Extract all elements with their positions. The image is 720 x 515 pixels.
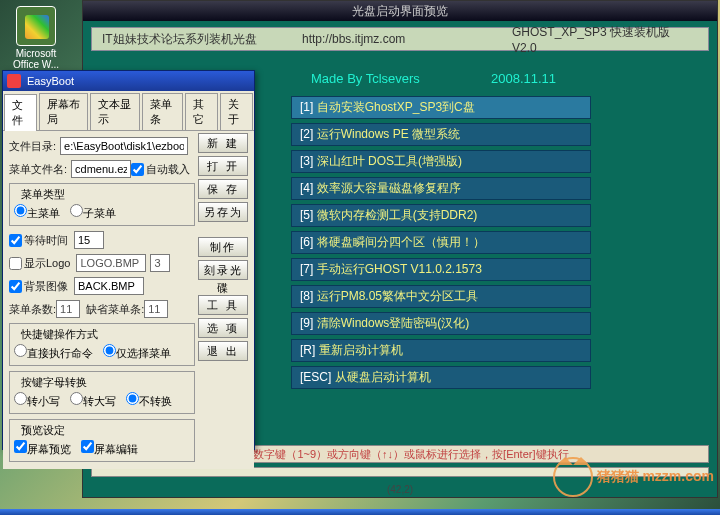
bg-image-checkbox[interactable] [9,280,22,293]
office-icon [16,6,56,46]
disc-url: http://bbs.itjmz.com [302,32,512,46]
eb-button-2[interactable]: 保 存 [198,179,248,199]
author-label: Made By Tclsevers [311,71,491,86]
key-case-legend: 按键字母转换 [18,375,90,390]
boot-menu: [1] 自动安装GhostXP_SP3到C盘[2] 运行Windows PE 微… [291,96,591,389]
desktop-icon-label: Microsoft Office W... [6,48,66,70]
file-dir-input[interactable] [60,137,188,155]
auto-load-checkbox[interactable] [131,163,144,176]
wait-time-checkbox[interactable] [9,234,22,247]
no-convert-radio[interactable] [126,392,139,405]
boot-menu-item[interactable]: [R] 重新启动计算机 [291,339,591,362]
tab-3[interactable]: 菜单条 [142,93,183,130]
preview-setting-legend: 预览设定 [18,423,68,438]
screen-edit-checkbox[interactable] [81,440,94,453]
menu-file-label: 菜单文件名: [9,162,67,177]
easyboot-titlebar[interactable]: EasyBoot [3,71,254,91]
taskbar[interactable] [0,509,720,515]
only-select-radio[interactable] [103,344,116,357]
direct-exec-radio[interactable] [14,344,27,357]
easyboot-button-col: 新 建打 开保 存另存为制作ISO刻录光碟工 具选 项退 出 [198,133,248,361]
eb-button-3[interactable]: 另存为 [198,202,248,222]
wait-time-input[interactable] [74,231,104,249]
boot-menu-item[interactable]: [4] 效率源大容量磁盘修复程序 [291,177,591,200]
boot-menu-item[interactable]: [8] 运行PM8.05繁体中文分区工具 [291,285,591,308]
default-menu-input [144,300,168,318]
easyboot-title-text: EasyBoot [27,75,74,87]
easyboot-body: 文件目录: 菜单文件名: 自动载入 菜单类型 主菜单子菜单 等待时间 显示Log… [3,131,254,469]
tab-1[interactable]: 屏幕布局 [39,93,89,130]
date-label: 2008.11.11 [491,71,556,86]
boot-menu-item[interactable]: [3] 深山红叶 DOS工具(增强版) [291,150,591,173]
boot-menu-item[interactable]: [6] 将硬盘瞬间分四个区（慎用！） [291,231,591,254]
eb-button-7[interactable]: 选 项 [198,318,248,338]
tab-5[interactable]: 关于 [220,93,253,130]
boot-menu-item[interactable]: [9] 清除Windows登陆密码(汉化) [291,312,591,335]
easyboot-dialog: EasyBoot 文件屏幕布局文本显示菜单条其它关于 文件目录: 菜单文件名: … [2,70,255,450]
screen-preview-checkbox[interactable] [14,440,27,453]
sub-menu-radio[interactable] [70,204,83,217]
to-lower-radio[interactable] [14,392,27,405]
watermark: 猪猪猫 mzzm.com [553,457,714,497]
auto-load-label: 自动载入 [146,162,190,177]
boot-menu-item[interactable]: [2] 运行Windows PE 微型系统 [291,123,591,146]
main-menu-radio[interactable] [14,204,27,217]
preview-sub: Made By Tclsevers 2008.11.11 [311,71,709,86]
disc-version: GHOST_XP_SP3 快速装机版 V2.0 [512,24,698,55]
eb-button-8[interactable]: 退 出 [198,341,248,361]
preview-title: 光盘启动界面预览 [83,1,717,21]
coord-display: (42,2) [387,484,413,495]
boot-menu-item[interactable]: [5] 微软内存检测工具(支持DDR2) [291,204,591,227]
file-dir-label: 文件目录: [9,139,56,154]
logo-num-input [150,254,170,272]
eb-button-5[interactable]: 刻录光碟 [198,260,248,280]
logo-input [76,254,146,272]
tab-0[interactable]: 文件 [4,94,37,131]
hotkey-mode-legend: 快捷键操作方式 [18,327,101,342]
cat-icon [553,457,593,497]
bg-image-input[interactable] [74,277,144,295]
eb-button-0[interactable]: 新 建 [198,133,248,153]
disc-name: IT姐妹技术论坛系列装机光盘 [102,31,302,48]
menu-count-input [56,300,80,318]
to-upper-radio[interactable] [70,392,83,405]
preview-header: IT姐妹技术论坛系列装机光盘 http://bbs.itjmz.com GHOS… [91,27,709,51]
tab-2[interactable]: 文本显示 [90,93,140,130]
easyboot-icon [7,74,21,88]
show-logo-checkbox[interactable] [9,257,22,270]
eb-button-6[interactable]: 工 具 [198,295,248,315]
menu-type-legend: 菜单类型 [18,187,68,202]
boot-menu-item[interactable]: [1] 自动安装GhostXP_SP3到C盘 [291,96,591,119]
desktop-icon-office[interactable]: Microsoft Office W... [6,6,66,70]
eb-button-1[interactable]: 打 开 [198,156,248,176]
easyboot-tabs: 文件屏幕布局文本显示菜单条其它关于 [3,91,254,131]
boot-menu-item[interactable]: [ESC] 从硬盘启动计算机 [291,366,591,389]
eb-button-4[interactable]: 制作ISO [198,237,248,257]
boot-menu-item[interactable]: [7] 手动运行GHOST V11.0.2.1573 [291,258,591,281]
tab-4[interactable]: 其它 [185,93,218,130]
menu-file-input[interactable] [71,160,131,178]
